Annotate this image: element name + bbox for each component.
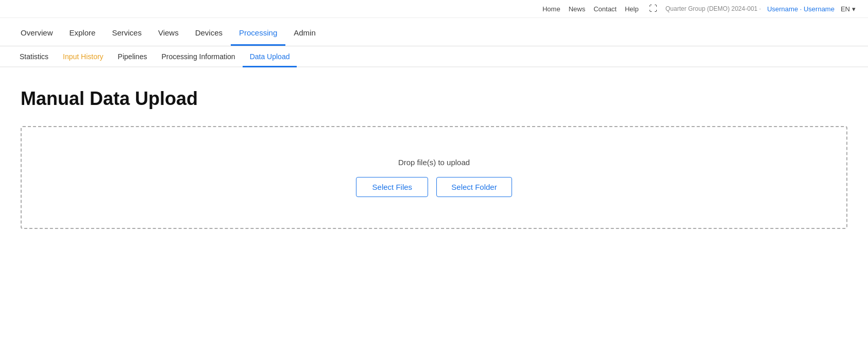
subnav-pipelines[interactable]: Pipelines xyxy=(111,46,155,67)
top-bar-right: ⛶ Quarter Group (DEMO) 2024-001 ·Usernam… xyxy=(647,3,856,14)
select-files-button[interactable]: Select Files xyxy=(356,177,428,197)
lang-chevron-icon: ▾ xyxy=(852,5,856,13)
nav-views[interactable]: Views xyxy=(150,18,187,46)
nav-overview[interactable]: Overview xyxy=(12,18,61,46)
sub-nav: StatisticsInput HistoryPipelinesProcessi… xyxy=(0,46,868,67)
drop-zone: Drop file(s) to upload Select Files Sele… xyxy=(21,126,847,229)
lang-selector[interactable]: EN ▾ xyxy=(841,5,856,13)
drop-zone-buttons: Select Files Select Folder xyxy=(356,177,512,197)
org-info: Quarter Group (DEMO) 2024-001 · xyxy=(666,5,761,12)
top-bar: HomeNewsContactHelp ⛶ Quarter Group (DEM… xyxy=(0,0,868,18)
main-nav: OverviewExploreServicesViewsDevicesProce… xyxy=(0,18,868,46)
page-title: Manual Data Upload xyxy=(21,88,847,110)
nav-admin[interactable]: Admin xyxy=(285,18,324,46)
help-link[interactable]: Help xyxy=(625,5,639,13)
nav-services[interactable]: Services xyxy=(104,18,150,46)
user-info: Username · Username xyxy=(767,5,835,13)
lang-label: EN xyxy=(841,5,850,13)
subnav-processing-information[interactable]: Processing Information xyxy=(154,46,242,67)
home-link[interactable]: Home xyxy=(542,5,560,13)
nav-processing[interactable]: Processing xyxy=(231,18,285,46)
subnav-input-history[interactable]: Input History xyxy=(56,46,111,67)
top-bar-links: HomeNewsContactHelp xyxy=(542,5,639,13)
page-content: Manual Data Upload Drop file(s) to uploa… xyxy=(0,67,868,250)
news-link[interactable]: News xyxy=(569,5,586,13)
nav-explore[interactable]: Explore xyxy=(61,18,104,46)
drop-zone-instruction: Drop file(s) to upload xyxy=(398,158,470,167)
fullscreen-button[interactable]: ⛶ xyxy=(647,3,659,14)
select-folder-button[interactable]: Select Folder xyxy=(436,177,512,197)
subnav-data-upload[interactable]: Data Upload xyxy=(243,46,297,67)
nav-devices[interactable]: Devices xyxy=(187,18,231,46)
subnav-statistics[interactable]: Statistics xyxy=(12,46,56,67)
contact-link[interactable]: Contact xyxy=(593,5,617,13)
